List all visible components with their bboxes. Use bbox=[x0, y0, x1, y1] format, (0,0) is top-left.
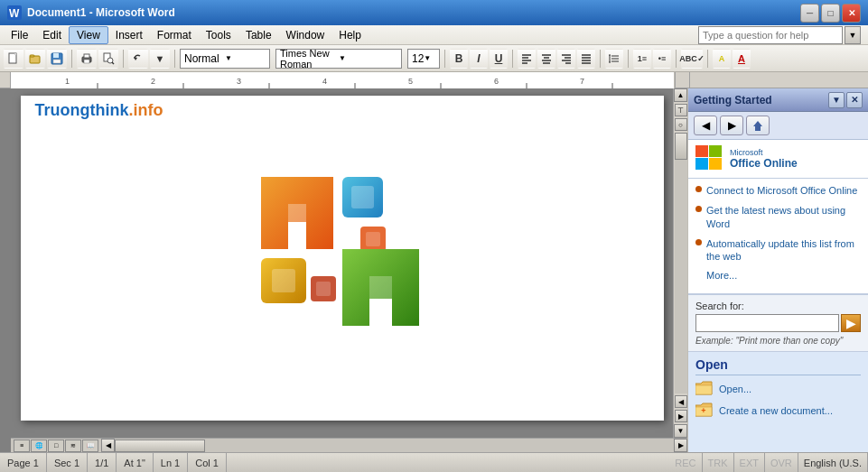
page-of-status: 1/1 bbox=[88, 453, 117, 472]
panel-link-2[interactable]: Get the latest news about using Word bbox=[695, 204, 861, 230]
menu-view[interactable]: View bbox=[69, 26, 108, 44]
office-online-banner: Microsoft Office Online bbox=[688, 140, 868, 179]
panel-search-input[interactable] bbox=[695, 314, 839, 332]
web-view-button[interactable]: 🌐 bbox=[31, 440, 47, 452]
svg-text:6: 6 bbox=[494, 77, 499, 86]
svg-rect-60 bbox=[695, 145, 708, 157]
menu-insert[interactable]: Insert bbox=[108, 27, 150, 43]
ruler-corner bbox=[0, 72, 11, 88]
svg-text:5: 5 bbox=[408, 77, 413, 86]
style-dropdown[interactable]: Normal ▼ bbox=[180, 49, 270, 69]
highlight-button[interactable]: A bbox=[713, 49, 731, 69]
create-new-item[interactable]: + Create a new document... bbox=[695, 403, 861, 419]
vertical-scrollbar[interactable]: ▲ ⊤ ○ ◀ ▶ ▼ bbox=[673, 88, 687, 438]
panel-link-1[interactable]: Connect to Microsoft Office Online bbox=[695, 184, 861, 197]
sec-status: Sec 1 bbox=[47, 453, 88, 472]
open-file-item[interactable]: Open... bbox=[695, 381, 861, 397]
print-button[interactable] bbox=[77, 49, 97, 69]
normal-view-button[interactable]: ≡ bbox=[14, 440, 30, 452]
panel-link-3[interactable]: Automatically update this list from the … bbox=[695, 237, 861, 264]
new-button[interactable] bbox=[4, 49, 23, 69]
help-search-arrow[interactable]: ▼ bbox=[845, 26, 861, 44]
toolbar: ▼ Normal ▼ Times New Roman ▼ 12 ▼ B I U … bbox=[0, 45, 868, 72]
print-preview-button[interactable] bbox=[98, 49, 118, 69]
open-button[interactable] bbox=[25, 49, 45, 69]
menu-format[interactable]: Format bbox=[150, 27, 199, 43]
align-left-button[interactable] bbox=[518, 49, 536, 69]
scroll-down-button[interactable]: ▼ bbox=[674, 424, 687, 438]
panel-search-button[interactable]: ▶ bbox=[841, 314, 861, 332]
panel-forward-button[interactable]: ▶ bbox=[720, 116, 743, 135]
more-link[interactable]: More... bbox=[695, 270, 861, 281]
side-panel: Getting Started ▼ ✕ ◀ ▶ bbox=[687, 88, 868, 452]
bullet-dot-1 bbox=[695, 186, 702, 192]
panel-home-button[interactable] bbox=[746, 116, 770, 135]
svg-rect-3 bbox=[14, 53, 16, 55]
close-button[interactable]: ✕ bbox=[842, 4, 861, 23]
numbered-list-button[interactable]: 1≡ bbox=[633, 49, 651, 69]
menu-file[interactable]: File bbox=[4, 27, 35, 43]
svg-text:7: 7 bbox=[580, 77, 584, 86]
svg-text:2: 2 bbox=[151, 77, 155, 86]
font-dropdown[interactable]: Times New Roman ▼ bbox=[275, 49, 402, 69]
font-size-dropdown[interactable]: 12 ▼ bbox=[407, 49, 440, 69]
page-status: Page 1 bbox=[0, 453, 47, 472]
app-icon: W bbox=[7, 5, 22, 20]
align-center-button[interactable] bbox=[537, 49, 555, 69]
menu-help[interactable]: Help bbox=[331, 27, 369, 43]
main-area: 1 2 3 4 5 6 7 bbox=[0, 72, 868, 452]
print-view-button[interactable]: □ bbox=[48, 440, 64, 452]
menu-edit[interactable]: Edit bbox=[35, 27, 69, 43]
minimize-button[interactable]: ─ bbox=[800, 4, 819, 23]
toolbar-separator-2 bbox=[123, 50, 124, 68]
open-section: Open Open... + bbox=[688, 352, 868, 452]
panel-controls: ▼ ✕ bbox=[828, 92, 863, 108]
bullet-list-button[interactable]: •≡ bbox=[653, 49, 671, 69]
menu-window[interactable]: Window bbox=[279, 27, 332, 43]
panel-back-button[interactable]: ◀ bbox=[694, 116, 717, 135]
menu-table[interactable]: Table bbox=[238, 27, 279, 43]
watermark: Truongthink.info bbox=[35, 101, 163, 120]
scroll-top-button[interactable]: ⊤ bbox=[675, 104, 687, 116]
page-container[interactable]: Truongthink.info bbox=[11, 88, 673, 438]
scroll-select-browse-button[interactable]: ○ bbox=[675, 118, 687, 131]
panel-nav: ◀ ▶ bbox=[688, 112, 868, 140]
line-spacing-button[interactable] bbox=[605, 49, 623, 69]
align-right-button[interactable] bbox=[557, 49, 575, 69]
help-search-input[interactable] bbox=[698, 26, 843, 44]
undo-arrow-button[interactable]: ▼ bbox=[150, 49, 170, 69]
content-row: Truongthink.info bbox=[0, 88, 868, 452]
title-bar: W Document1 - Microsoft Word ─ □ ✕ bbox=[0, 0, 868, 25]
svg-rect-56 bbox=[272, 269, 295, 292]
col-status: Col 1 bbox=[188, 453, 227, 472]
undo-button[interactable] bbox=[128, 49, 148, 69]
open-section-title: Open bbox=[695, 357, 861, 375]
prev-page-button[interactable]: ◀ bbox=[675, 395, 687, 408]
create-new-link-text: Create a new document... bbox=[719, 405, 833, 416]
save-button[interactable] bbox=[47, 49, 67, 69]
panel-dropdown-button[interactable]: ▼ bbox=[828, 92, 845, 108]
scroll-thumb[interactable] bbox=[675, 133, 687, 160]
scroll-up-button[interactable]: ▲ bbox=[674, 88, 687, 102]
hscroll-left-button[interactable]: ◀ bbox=[101, 439, 115, 452]
underline-button[interactable]: U bbox=[490, 49, 508, 69]
spelling-button[interactable]: ABC✓ bbox=[681, 49, 703, 69]
next-page-button[interactable]: ▶ bbox=[675, 410, 687, 422]
panel-close-button[interactable]: ✕ bbox=[846, 92, 863, 108]
outline-view-button[interactable]: ≋ bbox=[65, 440, 81, 452]
italic-button[interactable]: I bbox=[470, 49, 488, 69]
bold-button[interactable]: B bbox=[450, 49, 468, 69]
menu-tools[interactable]: Tools bbox=[199, 27, 238, 43]
hscroll-right-button[interactable]: ▶ bbox=[674, 439, 687, 452]
justify-button[interactable] bbox=[577, 49, 595, 69]
window-controls: ─ □ ✕ bbox=[800, 4, 861, 23]
search-example: Example: "Print more than one copy" bbox=[695, 336, 861, 346]
maximize-button[interactable]: □ bbox=[821, 4, 840, 23]
font-color-button[interactable]: A bbox=[733, 49, 751, 69]
svg-marker-59 bbox=[753, 121, 762, 131]
hscroll-thumb[interactable] bbox=[115, 440, 205, 452]
svg-text:4: 4 bbox=[322, 77, 327, 86]
svg-rect-8 bbox=[53, 60, 61, 63]
ruler-right-corner bbox=[675, 72, 689, 88]
reading-view-button[interactable]: 📖 bbox=[82, 440, 98, 452]
